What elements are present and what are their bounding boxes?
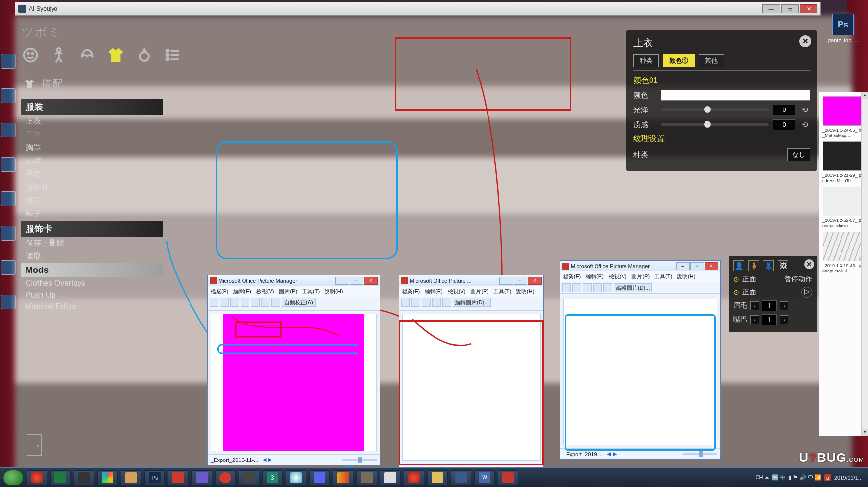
sidebar-item[interactable]: Clothes Overlays bbox=[21, 277, 163, 289]
texture-value[interactable]: 0 bbox=[773, 119, 795, 130]
file-thumbnail[interactable] bbox=[823, 96, 865, 126]
pose-icon[interactable]: 🖼 bbox=[778, 260, 788, 271]
zoom-slider[interactable] bbox=[683, 453, 717, 455]
menu-picture[interactable]: 圖片(P) bbox=[279, 288, 297, 295]
accessory-icon[interactable] bbox=[136, 46, 153, 64]
list-icon[interactable] bbox=[164, 46, 182, 64]
file-thumbnail[interactable] bbox=[823, 141, 865, 171]
taskbar-item[interactable] bbox=[191, 470, 212, 485]
taskbar-item[interactable] bbox=[427, 470, 448, 485]
prev-icon[interactable]: ◀ bbox=[607, 451, 611, 457]
file-thumbnail[interactable] bbox=[823, 187, 865, 216]
face-icon[interactable] bbox=[22, 46, 39, 64]
picture-manager-window-2[interactable]: Microsoft Office Picture ... –▫× 檔案(F) 編… bbox=[399, 275, 544, 475]
tool-button[interactable] bbox=[593, 283, 602, 292]
tool-button[interactable] bbox=[271, 298, 280, 307]
pm-toolbar[interactable]: 自動校正(A) bbox=[208, 297, 380, 308]
zoom-slider[interactable] bbox=[342, 459, 377, 461]
sidebar-item[interactable]: 连裤袜 bbox=[21, 181, 163, 194]
taskbar-item[interactable] bbox=[168, 470, 189, 485]
tool-edit-picture[interactable]: 編輯圖片(D)... bbox=[614, 283, 652, 292]
next-icon[interactable]: ▶ bbox=[268, 457, 272, 463]
sidebar-item[interactable]: 保存・删除 bbox=[21, 237, 163, 250]
maximize-button[interactable]: ▭ bbox=[781, 4, 799, 13]
tool-button[interactable] bbox=[442, 298, 451, 307]
desktop-photoshop-shortcut[interactable]: Ps gantz_top_... bbox=[828, 14, 858, 43]
close-button[interactable]: × bbox=[705, 262, 718, 270]
gloss-slider[interactable] bbox=[661, 108, 769, 111]
minimize-button[interactable]: – bbox=[676, 262, 690, 270]
sidebar-item[interactable]: 鞋子 bbox=[21, 208, 163, 221]
explorer-panel[interactable]: _2019-1 1-24-55_ ing_Met ssMap... _2019-… bbox=[819, 92, 868, 436]
tray-ime[interactable]: CH ⏶ 🔤 中 bbox=[756, 474, 786, 481]
sidebar-item[interactable]: 下衣 bbox=[21, 128, 163, 141]
menu-tools[interactable]: 工具(T) bbox=[493, 288, 511, 295]
taskbar-item[interactable] bbox=[286, 470, 306, 485]
clothes-icon[interactable] bbox=[107, 46, 125, 64]
tab-other[interactable]: 其他 bbox=[699, 54, 724, 67]
exit-icon[interactable] bbox=[27, 434, 42, 456]
desktop-shortcut[interactable] bbox=[1, 123, 16, 137]
tool-button[interactable] bbox=[411, 298, 420, 307]
pm-viewbar[interactable] bbox=[208, 308, 380, 311]
tool-button[interactable] bbox=[401, 298, 410, 307]
reset-icon[interactable]: ⟲ bbox=[799, 105, 810, 115]
sidebar-item[interactable]: 袜子 bbox=[21, 194, 163, 208]
minimize-button[interactable]: – bbox=[335, 277, 349, 285]
taskbar-item[interactable] bbox=[309, 470, 330, 485]
maximize-button[interactable]: ▫ bbox=[350, 277, 363, 285]
pose-icon[interactable]: 🧍 bbox=[748, 260, 759, 271]
menu-help[interactable]: 說明(H) bbox=[325, 288, 343, 295]
menu-view[interactable]: 檢視(V) bbox=[256, 288, 274, 295]
menu-tools[interactable]: 工具(T) bbox=[302, 288, 320, 295]
taskbar-item[interactable] bbox=[239, 470, 259, 485]
taskbar-item[interactable] bbox=[356, 470, 377, 485]
menu-view[interactable]: 檢視(V) bbox=[448, 288, 466, 295]
desktop-shortcut[interactable] bbox=[1, 157, 16, 172]
tool-button[interactable] bbox=[251, 298, 260, 307]
tool-button[interactable] bbox=[241, 298, 249, 307]
pm-titlebar[interactable]: Microsoft Office Picture Manager –▫× bbox=[560, 261, 720, 271]
menu-view[interactable]: 檢視(V) bbox=[609, 273, 627, 280]
desktop-shortcut[interactable] bbox=[1, 54, 16, 69]
menu-file[interactable]: 檔案(F) bbox=[402, 288, 420, 295]
pm-menu[interactable]: 檔案(F) 編輯(E) 檢視(V) 圖片(P) 工具(T) 說明(H) bbox=[208, 286, 380, 297]
menu-help[interactable]: 說明(H) bbox=[677, 273, 695, 280]
taskbar-item[interactable] bbox=[27, 470, 47, 485]
minimize-button[interactable]: – bbox=[499, 277, 513, 285]
tool-edit-picture[interactable]: 編輯圖片(D)... bbox=[453, 298, 491, 307]
tool-button[interactable] bbox=[583, 283, 592, 292]
pm-toolbar[interactable]: 編輯圖片(D)... bbox=[560, 282, 720, 294]
taskbar-item[interactable] bbox=[97, 470, 118, 485]
menu-file[interactable]: 檔案(F) bbox=[563, 273, 581, 280]
taskbar-item[interactable] bbox=[404, 470, 424, 485]
pm-menu[interactable]: 檔案(F) 編輯(E) 檢視(V) 圖片(P) 工具(T) 說明(H) bbox=[399, 286, 543, 297]
tool-button[interactable] bbox=[230, 298, 239, 307]
taskbar-item[interactable]: Ps bbox=[144, 470, 165, 485]
tool-button[interactable] bbox=[210, 298, 218, 307]
panel-close-icon[interactable]: ✕ bbox=[799, 35, 811, 47]
picture-manager-window-3[interactable]: Microsoft Office Picture Manager –▫× 檔案(… bbox=[560, 260, 721, 460]
scrollbar[interactable]: ▴▾ bbox=[861, 92, 868, 436]
menu-picture[interactable]: 圖片(P) bbox=[631, 273, 650, 280]
taskbar-item[interactable] bbox=[74, 470, 94, 485]
tool-button[interactable] bbox=[562, 283, 571, 292]
pm-toolbar[interactable]: 編輯圖片(D)... bbox=[399, 297, 543, 308]
window-titlebar[interactable]: AI-Syoujyo — ▭ ✕ bbox=[15, 2, 821, 16]
taskbar-item[interactable]: 3 bbox=[262, 470, 283, 485]
gloss-value[interactable]: 0 bbox=[773, 105, 795, 115]
desktop-shortcut[interactable] bbox=[1, 295, 16, 309]
menu-file[interactable]: 檔案(F) bbox=[211, 288, 228, 295]
tool-button[interactable] bbox=[261, 298, 270, 307]
tool-autocorrect[interactable]: 自動校正(A) bbox=[282, 298, 316, 307]
menu-tools[interactable]: 工具(T) bbox=[654, 273, 672, 280]
taskbar[interactable]: Ps 3 W CH ⏶ 🔤 中 ▮ ⚑ 🔊 🗨 📶 a 2019/11/1.. bbox=[0, 467, 868, 487]
pose-icon[interactable]: 👤 bbox=[733, 260, 744, 271]
picture-manager-window-1[interactable]: Microsoft Office Picture Manager –▫× 檔案(… bbox=[207, 275, 380, 465]
tool-button[interactable] bbox=[432, 298, 441, 307]
panel-close-icon[interactable]: ✕ bbox=[804, 259, 814, 269]
menu-help[interactable]: 說明(H) bbox=[516, 288, 534, 295]
menu-picture[interactable]: 圖片(P) bbox=[470, 288, 488, 295]
desktop-shortcut[interactable] bbox=[1, 88, 16, 103]
start-button[interactable] bbox=[3, 470, 24, 486]
